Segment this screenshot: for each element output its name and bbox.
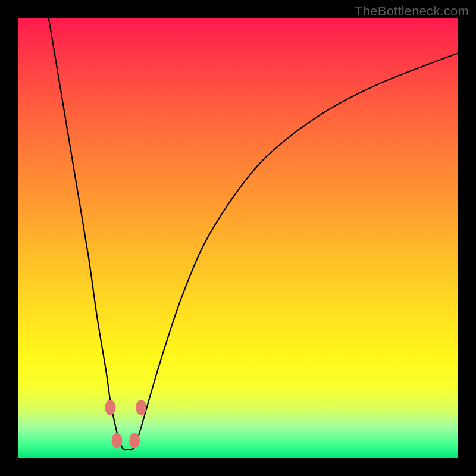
chart-plot-area [18, 18, 458, 458]
marker-right-lower [129, 433, 140, 448]
bottleneck-curve [49, 18, 458, 450]
curve-markers [105, 400, 146, 449]
bottleneck-curve-svg [18, 18, 458, 458]
marker-left-lower [112, 433, 123, 448]
marker-left-upper [105, 400, 115, 415]
watermark-text: TheBottleneck.com [355, 4, 469, 19]
marker-right-upper [136, 400, 146, 415]
